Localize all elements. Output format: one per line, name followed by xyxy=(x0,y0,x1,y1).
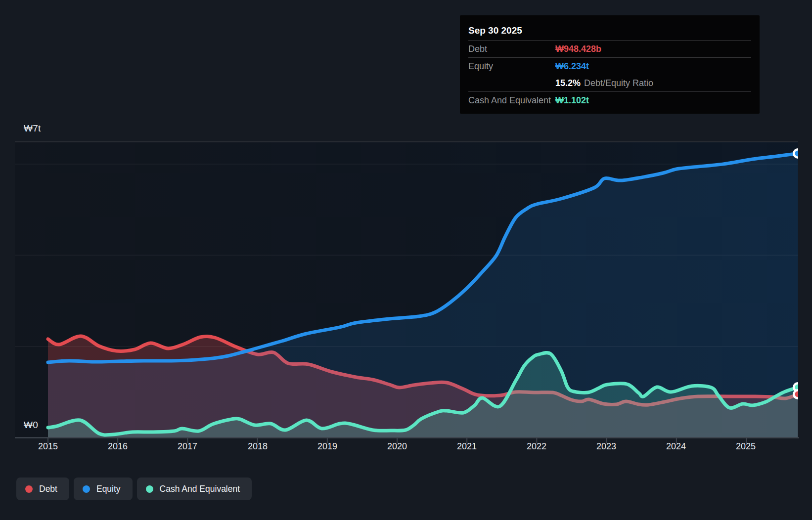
chart-page: ₩7t ₩0 2015 2016 2017 2018 2019 2020 202… xyxy=(0,0,812,520)
tooltip-cash-value: ₩1.102t xyxy=(555,95,589,106)
tooltip-ratio-value: 15.2% xyxy=(555,78,581,88)
tooltip-cash-row: Cash And Equivalent ₩1.102t xyxy=(468,92,751,109)
x-tick-label-2016: 2016 xyxy=(98,441,137,452)
x-tick-label-2019: 2019 xyxy=(308,441,347,452)
x-tick-label-2021: 2021 xyxy=(447,441,487,452)
legend: Debt Equity Cash And Equivalent xyxy=(16,477,252,500)
tooltip-debt-label: Debt xyxy=(468,44,555,54)
x-tick-label-2015: 2015 xyxy=(28,441,68,452)
tooltip-debt-value: ₩948.428b xyxy=(555,44,601,54)
legend-item-cash[interactable]: Cash And Equivalent xyxy=(137,477,252,500)
cash-color-dot-icon xyxy=(146,485,153,493)
tooltip-equity-value: ₩6.234t xyxy=(555,61,589,72)
x-tick-label-2023: 2023 xyxy=(586,441,626,452)
tooltip-ratio-label: Debt/Equity Ratio xyxy=(584,78,653,88)
tooltip-equity-row: Equity ₩6.234t xyxy=(468,58,751,75)
tooltip-ratio-row: 15.2% Debt/Equity Ratio xyxy=(468,75,751,92)
legend-cash-label: Cash And Equivalent xyxy=(160,484,240,494)
hover-tooltip: Sep 30 2025 Debt ₩948.428b Equity ₩6.234… xyxy=(460,15,760,114)
tooltip-date: Sep 30 2025 xyxy=(468,21,751,41)
tooltip-equity-label: Equity xyxy=(468,61,555,72)
equity-color-dot-icon xyxy=(83,485,90,493)
tooltip-cash-label: Cash And Equivalent xyxy=(468,95,555,106)
x-tick-label-2017: 2017 xyxy=(168,441,207,452)
y-axis-zero-label: ₩0 xyxy=(24,420,38,431)
debt-color-dot-icon xyxy=(25,485,33,493)
x-tick-label-2024: 2024 xyxy=(656,441,696,452)
legend-equity-label: Equity xyxy=(96,484,121,494)
x-tick-label-2022: 2022 xyxy=(517,441,556,452)
x-tick-label-2025: 2025 xyxy=(726,441,766,452)
legend-debt-label: Debt xyxy=(39,484,57,494)
tooltip-debt-row: Debt ₩948.428b xyxy=(468,41,751,58)
legend-item-debt[interactable]: Debt xyxy=(16,477,69,500)
y-axis-max-label: ₩7t xyxy=(24,123,41,134)
x-tick-label-2020: 2020 xyxy=(377,441,417,452)
legend-item-equity[interactable]: Equity xyxy=(74,477,133,500)
x-tick-label-2018: 2018 xyxy=(238,441,277,452)
